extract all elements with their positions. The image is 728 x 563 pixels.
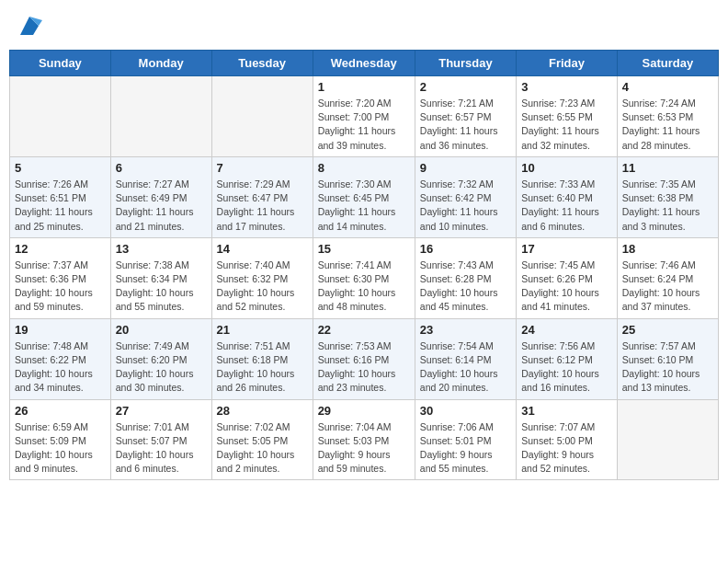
day-info: Sunrise: 7:40 AM Sunset: 6:32 PM Dayligh… [217,259,308,315]
day-info: Sunrise: 7:41 AM Sunset: 6:30 PM Dayligh… [318,259,410,315]
day-info: Sunrise: 7:01 AM Sunset: 5:07 PM Dayligh… [116,420,207,477]
calendar-day-cell: 2Sunrise: 7:21 AM Sunset: 6:57 PM Daylig… [415,76,516,157]
calendar-day-cell [10,76,111,157]
page-header [9,9,719,42]
calendar-header-row: SundayMondayTuesdayWednesdayThursdayFrid… [10,51,719,76]
day-number: 9 [420,161,511,175]
day-number: 2 [420,80,511,94]
day-info: Sunrise: 7:32 AM Sunset: 6:42 PM Dayligh… [420,178,511,234]
calendar-day-cell: 3Sunrise: 7:23 AM Sunset: 6:55 PM Daylig… [517,76,618,157]
day-number: 16 [420,242,511,256]
day-of-week-header: Saturday [617,51,718,76]
day-number: 20 [116,323,207,337]
calendar-day-cell: 1Sunrise: 7:20 AM Sunset: 7:00 PM Daylig… [313,76,415,157]
calendar-day-cell: 27Sunrise: 7:01 AM Sunset: 5:07 PM Dayli… [110,399,211,480]
day-info: Sunrise: 7:07 AM Sunset: 5:00 PM Dayligh… [521,420,612,477]
day-info: Sunrise: 7:51 AM Sunset: 6:18 PM Dayligh… [217,339,308,396]
day-of-week-header: Monday [110,51,211,76]
calendar-day-cell: 8Sunrise: 7:30 AM Sunset: 6:45 PM Daylig… [313,156,415,237]
calendar-week-row: 5Sunrise: 7:26 AM Sunset: 6:51 PM Daylig… [10,156,719,237]
day-info: Sunrise: 7:06 AM Sunset: 5:01 PM Dayligh… [420,420,511,477]
day-number: 3 [521,80,612,94]
day-number: 28 [217,404,308,418]
calendar-day-cell: 20Sunrise: 7:49 AM Sunset: 6:20 PM Dayli… [110,318,211,399]
day-number: 22 [318,323,410,337]
day-info: Sunrise: 7:26 AM Sunset: 6:51 PM Dayligh… [15,178,106,234]
day-number: 10 [521,161,612,175]
day-info: Sunrise: 7:20 AM Sunset: 7:00 PM Dayligh… [318,97,410,153]
day-info: Sunrise: 7:38 AM Sunset: 6:34 PM Dayligh… [116,259,207,315]
calendar-day-cell: 4Sunrise: 7:24 AM Sunset: 6:53 PM Daylig… [617,76,718,157]
calendar-day-cell: 6Sunrise: 7:27 AM Sunset: 6:49 PM Daylig… [110,156,211,237]
day-info: Sunrise: 7:37 AM Sunset: 6:36 PM Dayligh… [15,259,106,315]
calendar-day-cell: 16Sunrise: 7:43 AM Sunset: 6:28 PM Dayli… [415,237,516,318]
calendar-day-cell: 12Sunrise: 7:37 AM Sunset: 6:36 PM Dayli… [10,237,111,318]
day-info: Sunrise: 7:57 AM Sunset: 6:10 PM Dayligh… [622,339,713,396]
day-number: 27 [116,404,207,418]
calendar-day-cell [211,76,313,157]
day-number: 17 [521,242,612,256]
day-info: Sunrise: 7:35 AM Sunset: 6:38 PM Dayligh… [622,178,713,234]
day-number: 30 [420,404,511,418]
day-number: 12 [15,242,106,256]
day-info: Sunrise: 7:27 AM Sunset: 6:49 PM Dayligh… [116,178,207,234]
day-of-week-header: Thursday [415,51,516,76]
calendar-day-cell: 5Sunrise: 7:26 AM Sunset: 6:51 PM Daylig… [10,156,111,237]
day-number: 5 [15,161,106,175]
day-info: Sunrise: 6:59 AM Sunset: 5:09 PM Dayligh… [15,420,106,477]
calendar-day-cell: 31Sunrise: 7:07 AM Sunset: 5:00 PM Dayli… [517,399,618,480]
calendar-day-cell: 28Sunrise: 7:02 AM Sunset: 5:05 PM Dayli… [211,399,313,480]
calendar-day-cell: 21Sunrise: 7:51 AM Sunset: 6:18 PM Dayli… [211,318,313,399]
day-info: Sunrise: 7:24 AM Sunset: 6:53 PM Dayligh… [622,97,713,153]
calendar-week-row: 26Sunrise: 6:59 AM Sunset: 5:09 PM Dayli… [10,399,719,480]
day-number: 31 [521,404,612,418]
day-info: Sunrise: 7:48 AM Sunset: 6:22 PM Dayligh… [15,339,106,396]
day-info: Sunrise: 7:43 AM Sunset: 6:28 PM Dayligh… [420,259,511,315]
calendar-day-cell: 7Sunrise: 7:29 AM Sunset: 6:47 PM Daylig… [211,156,313,237]
calendar-day-cell: 19Sunrise: 7:48 AM Sunset: 6:22 PM Dayli… [10,318,111,399]
day-number: 21 [217,323,308,337]
day-number: 26 [15,404,106,418]
calendar-day-cell: 11Sunrise: 7:35 AM Sunset: 6:38 PM Dayli… [617,156,718,237]
day-number: 6 [116,161,207,175]
logo-icon [17,13,42,39]
day-info: Sunrise: 7:53 AM Sunset: 6:16 PM Dayligh… [318,339,410,396]
calendar-day-cell: 13Sunrise: 7:38 AM Sunset: 6:34 PM Dayli… [110,237,211,318]
calendar-day-cell [110,76,211,157]
day-number: 1 [318,80,410,94]
calendar-day-cell: 17Sunrise: 7:45 AM Sunset: 6:26 PM Dayli… [517,237,618,318]
day-info: Sunrise: 7:46 AM Sunset: 6:24 PM Dayligh… [622,259,713,315]
calendar-day-cell: 23Sunrise: 7:54 AM Sunset: 6:14 PM Dayli… [415,318,516,399]
calendar-week-row: 12Sunrise: 7:37 AM Sunset: 6:36 PM Dayli… [10,237,719,318]
day-info: Sunrise: 7:29 AM Sunset: 6:47 PM Dayligh… [217,178,308,234]
calendar-day-cell: 29Sunrise: 7:04 AM Sunset: 5:03 PM Dayli… [313,399,415,480]
day-number: 25 [622,323,713,337]
day-number: 8 [318,161,410,175]
day-number: 29 [318,404,410,418]
day-number: 18 [622,242,713,256]
day-of-week-header: Wednesday [313,51,415,76]
day-info: Sunrise: 7:56 AM Sunset: 6:12 PM Dayligh… [521,339,612,396]
day-info: Sunrise: 7:33 AM Sunset: 6:40 PM Dayligh… [521,178,612,234]
calendar-day-cell: 24Sunrise: 7:56 AM Sunset: 6:12 PM Dayli… [517,318,618,399]
calendar-day-cell: 15Sunrise: 7:41 AM Sunset: 6:30 PM Dayli… [313,237,415,318]
day-number: 23 [420,323,511,337]
day-number: 14 [217,242,308,256]
calendar-day-cell [617,399,718,480]
day-of-week-header: Friday [517,51,618,76]
calendar-week-row: 1Sunrise: 7:20 AM Sunset: 7:00 PM Daylig… [10,76,719,157]
day-info: Sunrise: 7:45 AM Sunset: 6:26 PM Dayligh… [521,259,612,315]
calendar-day-cell: 14Sunrise: 7:40 AM Sunset: 6:32 PM Dayli… [211,237,313,318]
calendar-day-cell: 30Sunrise: 7:06 AM Sunset: 5:01 PM Dayli… [415,399,516,480]
calendar-day-cell: 9Sunrise: 7:32 AM Sunset: 6:42 PM Daylig… [415,156,516,237]
day-number: 19 [15,323,106,337]
calendar-day-cell: 22Sunrise: 7:53 AM Sunset: 6:16 PM Dayli… [313,318,415,399]
day-of-week-header: Sunday [10,51,111,76]
calendar-day-cell: 25Sunrise: 7:57 AM Sunset: 6:10 PM Dayli… [617,318,718,399]
calendar-week-row: 19Sunrise: 7:48 AM Sunset: 6:22 PM Dayli… [10,318,719,399]
day-number: 24 [521,323,612,337]
day-number: 15 [318,242,410,256]
day-number: 11 [622,161,713,175]
day-info: Sunrise: 7:49 AM Sunset: 6:20 PM Dayligh… [116,339,207,396]
calendar-table: SundayMondayTuesdayWednesdayThursdayFrid… [9,50,719,480]
